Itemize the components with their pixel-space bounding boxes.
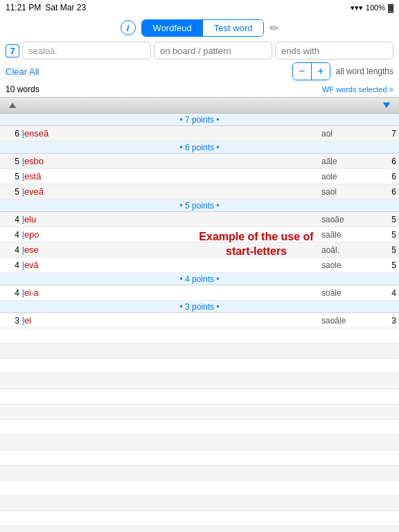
rest-letters: ese: [24, 245, 39, 255]
row-score: 4: [3, 215, 22, 224]
points-group-5: • 5 points •: [0, 200, 399, 212]
empty-row: [0, 420, 399, 435]
word-length-stepper: − +: [292, 62, 330, 80]
empty-row: [0, 496, 399, 511]
stepper-minus[interactable]: −: [293, 63, 311, 80]
row-score: 3: [3, 316, 22, 326]
info-icon: i: [127, 23, 130, 33]
rest-letters: estă: [24, 171, 42, 181]
letter-count-badge: 7: [6, 44, 19, 57]
date: Sat Mar 23: [45, 3, 86, 12]
empty-row: [0, 435, 399, 450]
row-pts: 5: [377, 215, 396, 224]
three-input-row: 7: [0, 40, 399, 61]
row-pts: 5: [377, 260, 396, 270]
row-tiles: saoăle: [321, 316, 377, 326]
empty-row: [0, 511, 399, 526]
rest-letters: ei: [24, 315, 31, 326]
row-word: lenseă: [22, 128, 321, 139]
table-row: 4 levă saole 5: [0, 258, 399, 273]
word-lengths-label: all word lengths: [336, 66, 393, 76]
row-score: 4: [3, 260, 22, 270]
row-score: 5: [3, 172, 22, 181]
row-pts: 6: [377, 172, 396, 181]
example-line1: Example of the use of: [199, 231, 313, 242]
row-tiles: saăle: [321, 230, 377, 240]
tab-group: Wordfeud Test word: [141, 19, 265, 37]
rest-letters: esbo: [24, 156, 44, 166]
points-group-7: • 7 points •: [0, 114, 399, 126]
row-score: 5: [3, 187, 22, 197]
row-pts: 5: [377, 230, 396, 240]
row-score: 5: [3, 157, 22, 166]
row-tiles: aole: [321, 172, 377, 181]
rest-letters: epo: [24, 229, 39, 240]
row-word: lei·a: [22, 287, 321, 298]
points-group-4: • 4 points •: [0, 273, 399, 285]
rest-letters: ei·a: [24, 287, 39, 298]
table-row: 4 lelu saoăe 5: [0, 212, 399, 227]
row-score: 4: [3, 230, 22, 240]
col-pts-header[interactable]: [377, 103, 396, 108]
points-group-3: • 3 points •: [0, 301, 399, 313]
stepper-plus[interactable]: +: [312, 63, 330, 80]
row-pts: 5: [377, 245, 396, 255]
row-word: lei: [22, 315, 321, 326]
empty-row: [0, 526, 399, 532]
empty-row: [0, 374, 399, 389]
points-7-label: • 7 points •: [179, 115, 219, 125]
empty-row: [0, 481, 399, 496]
battery-icon: ▓: [388, 3, 393, 12]
col-score-header[interactable]: [3, 103, 22, 108]
row-tiles: saoăe: [321, 215, 377, 224]
table-row: 5 lesbo aăle 6: [0, 154, 399, 169]
empty-row: [0, 328, 399, 344]
wf-words-selected[interactable]: WF words selected >: [322, 85, 393, 94]
points-6-label: • 6 points •: [179, 143, 219, 152]
rest-letters: evă: [24, 260, 39, 270]
time: 11:21 PM: [6, 3, 41, 12]
status-bar: 11:21 PM Sat Mar 23 ▾▾▾ 100% ▓: [0, 0, 399, 15]
results-row: 10 words WF words selected >: [0, 82, 399, 97]
table-row: 5 lestă aole 6: [0, 169, 399, 184]
battery: 100%: [366, 3, 385, 12]
empty-row: [0, 405, 399, 420]
row-tiles: saole: [321, 260, 377, 270]
pencil-icon[interactable]: ✏: [269, 21, 278, 35]
row-word: lesbo: [22, 156, 321, 166]
onboard-input[interactable]: [154, 42, 272, 60]
empty-row: [0, 466, 399, 481]
row-word: leveă: [22, 186, 321, 197]
sort-asc-icon: [9, 103, 16, 108]
row-tiles: aoăl.: [321, 245, 377, 255]
table-header: [0, 97, 399, 114]
row-pts: 6: [377, 187, 396, 197]
row-word: lelu: [22, 214, 321, 224]
row-pts: 3: [377, 316, 396, 326]
rest-letters: enseă: [24, 128, 48, 139]
row-tiles: aăle: [321, 157, 377, 166]
row-score: 4: [3, 245, 22, 255]
tab-wordfeud[interactable]: Wordfeud: [142, 20, 203, 36]
top-nav: i Wordfeud Test word ✏: [0, 15, 399, 40]
row-word: lestă: [22, 171, 321, 181]
letters-input[interactable]: [22, 42, 151, 60]
points-5-label: • 5 points •: [179, 201, 219, 211]
table-row: 5 leveă saol 6: [0, 184, 399, 200]
clear-all-button[interactable]: Clear All: [6, 66, 39, 77]
wifi-icon: ▾▾▾: [351, 3, 363, 12]
points-group-6: • 6 points •: [0, 141, 399, 154]
info-button[interactable]: i: [121, 20, 136, 35]
ends-with-input[interactable]: [275, 42, 393, 60]
empty-row: [0, 450, 399, 466]
tab-testword[interactable]: Test word: [203, 20, 264, 36]
empty-row: [0, 359, 399, 374]
row-tiles: aol: [321, 129, 377, 139]
filter-row: Clear All − + all word lengths: [0, 61, 399, 82]
table-row: 3 lei saoăle 3: [0, 313, 399, 328]
row-pts: 7: [377, 129, 396, 139]
rest-letters: eveă: [24, 186, 44, 197]
sort-desc-icon: [383, 103, 390, 108]
points-4-label: • 4 points •: [179, 274, 219, 284]
row-score: 4: [3, 288, 22, 298]
